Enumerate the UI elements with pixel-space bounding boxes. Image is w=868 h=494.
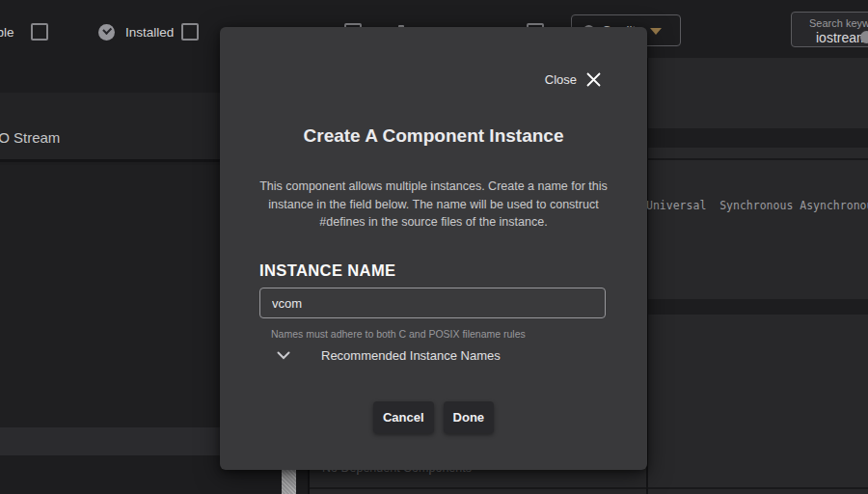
done-button[interactable]: Done	[444, 401, 495, 433]
dialog-description: This component allows multiple instances…	[255, 178, 613, 232]
caret-down-icon	[650, 28, 662, 35]
filter-installed: Installed	[98, 22, 199, 41]
recommended-names-label: Recommended Instance Names	[321, 348, 501, 363]
uart-description-text: Universal Synchronous Asynchronous	[646, 199, 868, 212]
detail-header-panel	[648, 58, 868, 128]
recommended-names-toggle[interactable]: Recommended Instance Names	[277, 348, 501, 363]
configurable-label: Configurable	[0, 25, 14, 40]
dependents-divider	[310, 487, 868, 489]
filter-configurable: Configurable	[0, 22, 48, 41]
chevron-down-icon	[277, 351, 290, 360]
installed-check-icon	[98, 24, 115, 41]
dialog-title: Create A Component Instance	[220, 125, 647, 147]
installed-checkbox[interactable]	[181, 23, 199, 41]
instance-name-label: INSTANCE NAME	[259, 261, 395, 280]
create-instance-dialog: Close Create A Component Instance This c…	[220, 27, 647, 470]
page-title: IO Stream	[0, 129, 60, 146]
configurable-checkbox[interactable]	[31, 23, 48, 41]
search-input[interactable]: Search keyword iostream	[791, 12, 868, 47]
instance-name-input[interactable]	[259, 288, 606, 318]
close-label: Close	[545, 72, 577, 87]
app-window: Configurable Installed Installed by You …	[0, 0, 868, 494]
scrollbar-thumb[interactable]	[282, 470, 296, 494]
input-helper-text: Names must adhere to both C and POSIX fi…	[271, 328, 526, 340]
cancel-button[interactable]: Cancel	[373, 401, 434, 433]
clear-search-icon[interactable]	[860, 31, 868, 43]
close-button[interactable]: Close	[545, 71, 602, 88]
search-label: Search keyword	[809, 17, 868, 29]
detail-divider	[648, 158, 868, 160]
close-icon	[585, 71, 602, 88]
dialog-buttons: Cancel Done	[220, 401, 647, 433]
detail-description-panel	[648, 148, 868, 299]
installed-label: Installed	[125, 25, 174, 40]
